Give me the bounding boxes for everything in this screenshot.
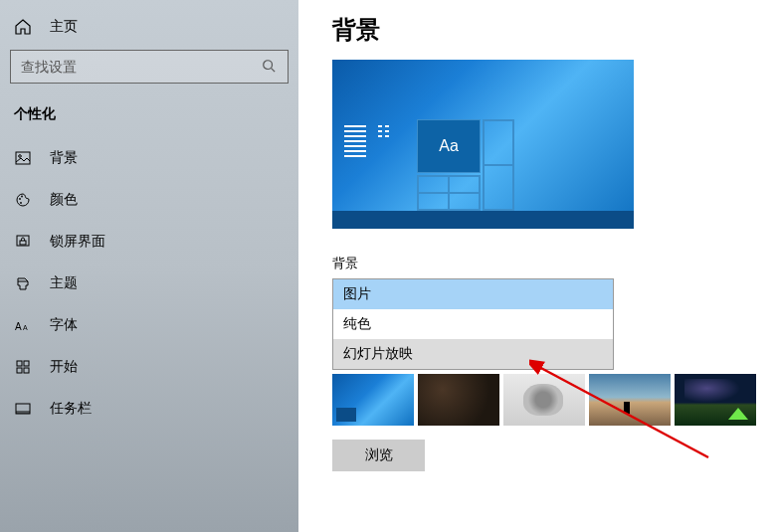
svg-text:A: A — [23, 324, 28, 331]
search-input-wrapper[interactable] — [10, 50, 289, 84]
thumbnail-1[interactable] — [332, 374, 414, 426]
home-link[interactable]: 主页 — [0, 10, 298, 44]
svg-rect-12 — [24, 361, 29, 366]
sidebar: 主页 个性化 背景 颜色 锁屏界面 主题 AA 字体 — [0, 0, 298, 532]
browse-button[interactable]: 浏览 — [332, 440, 425, 471]
svg-rect-14 — [24, 368, 29, 373]
svg-point-4 — [19, 198, 21, 200]
svg-point-5 — [21, 196, 23, 198]
sidebar-item-lockscreen[interactable]: 锁屏界面 — [0, 221, 298, 263]
sidebar-item-taskbar[interactable]: 任务栏 — [0, 388, 298, 430]
svg-rect-8 — [20, 241, 26, 245]
lockscreen-icon — [14, 233, 32, 251]
thumbnail-4[interactable] — [589, 374, 671, 426]
sidebar-item-fonts[interactable]: AA 字体 — [0, 304, 298, 346]
sidebar-item-label: 主题 — [50, 274, 78, 292]
thumbnail-5[interactable] — [675, 374, 756, 426]
thumbnail-row — [332, 374, 779, 426]
sidebar-item-label: 开始 — [50, 358, 78, 376]
svg-point-3 — [19, 155, 22, 158]
thumbnail-2[interactable] — [418, 374, 499, 426]
search-icon — [262, 59, 278, 75]
background-label: 背景 — [332, 255, 779, 272]
svg-rect-13 — [17, 368, 22, 373]
dropdown-option-solid[interactable]: 纯色 — [333, 309, 613, 339]
sidebar-item-label: 背景 — [50, 149, 78, 167]
thumbnail-3[interactable] — [503, 374, 585, 426]
svg-rect-16 — [16, 411, 30, 414]
sidebar-item-background[interactable]: 背景 — [0, 137, 298, 179]
main-content: 背景 Aa 背景 图片 纯色 幻灯片放映 浏览 — [298, 0, 779, 532]
home-icon — [14, 18, 32, 36]
page-title: 背景 — [332, 14, 779, 46]
preview-tile-text: Aa — [417, 119, 481, 173]
svg-rect-2 — [16, 152, 30, 164]
sidebar-item-label: 颜色 — [50, 191, 78, 209]
picture-icon — [14, 149, 32, 167]
svg-line-1 — [272, 69, 276, 73]
palette-icon — [14, 191, 32, 209]
category-title: 个性化 — [0, 97, 298, 137]
font-icon: AA — [14, 316, 32, 334]
svg-rect-11 — [17, 361, 22, 366]
sidebar-item-label: 锁屏界面 — [50, 233, 105, 251]
svg-point-6 — [20, 202, 22, 204]
taskbar-icon — [14, 400, 32, 418]
home-label: 主页 — [50, 18, 78, 36]
sidebar-item-label: 任务栏 — [50, 400, 92, 418]
svg-point-0 — [264, 61, 273, 70]
theme-icon — [14, 274, 32, 292]
sidebar-item-label: 字体 — [50, 316, 78, 334]
dropdown-option-slideshow[interactable]: 幻灯片放映 — [333, 339, 613, 369]
start-icon — [14, 358, 32, 376]
background-preview: Aa — [332, 60, 634, 229]
dropdown-option-picture[interactable]: 图片 — [333, 279, 613, 309]
sidebar-item-colors[interactable]: 颜色 — [0, 179, 298, 221]
svg-text:A: A — [15, 321, 22, 332]
sidebar-item-start[interactable]: 开始 — [0, 346, 298, 388]
background-dropdown[interactable]: 图片 纯色 幻灯片放映 — [332, 278, 614, 370]
search-input[interactable] — [21, 59, 262, 75]
sidebar-item-themes[interactable]: 主题 — [0, 263, 298, 304]
